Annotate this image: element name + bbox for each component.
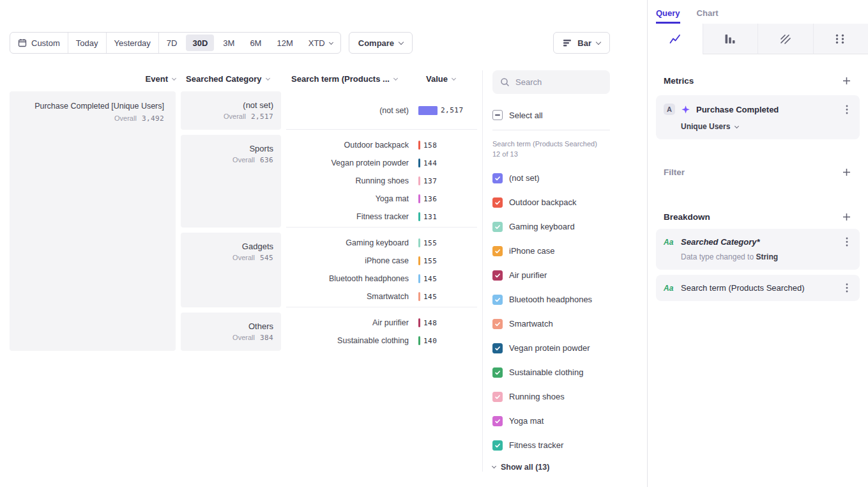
- value-number: 140: [423, 337, 437, 345]
- compare-button[interactable]: Compare: [349, 32, 413, 54]
- legend-panel: Select all Search term (Products Searche…: [482, 70, 610, 472]
- checkbox-icon[interactable]: [492, 319, 503, 329]
- col-header-term[interactable]: Search term (Products ...: [286, 74, 413, 84]
- checkbox-icon[interactable]: [492, 270, 503, 281]
- view-tab-insights[interactable]: [648, 24, 703, 54]
- range-custom[interactable]: Custom: [10, 33, 68, 53]
- add-breakdown-button[interactable]: [841, 211, 852, 222]
- legend-item[interactable]: Fitness tracker: [492, 433, 610, 458]
- table-row[interactable]: Running shoes137: [286, 172, 477, 190]
- table-row[interactable]: Smartwatch145: [286, 288, 477, 305]
- category-cell[interactable]: SportsOverall636: [181, 135, 281, 228]
- metric-kebab-icon[interactable]: [842, 105, 852, 114]
- category-name: (not set): [188, 100, 273, 110]
- breakdown-card-search-term[interactable]: Aa Search term (Products Searched): [656, 275, 860, 301]
- value-cell: 158: [418, 141, 477, 150]
- checkbox-icon[interactable]: [492, 197, 503, 208]
- search-input[interactable]: [515, 77, 592, 87]
- col-header-value[interactable]: Value: [418, 74, 477, 84]
- chevron-down-icon: [393, 76, 398, 81]
- add-metric-button[interactable]: [841, 75, 852, 86]
- tab-chart[interactable]: Chart: [697, 8, 719, 24]
- chevron-down-icon: [735, 123, 739, 128]
- table-row[interactable]: Air purifier148: [286, 314, 477, 332]
- table-row[interactable]: iPhone case155: [286, 252, 477, 270]
- event-cell[interactable]: Purchase Completed [Unique Users] Overal…: [10, 91, 176, 351]
- legend-item[interactable]: Running shoes: [492, 385, 610, 409]
- range-yesterday[interactable]: Yesterday: [107, 33, 159, 53]
- checkbox-icon[interactable]: [492, 392, 503, 402]
- checkbox-icon[interactable]: [492, 343, 503, 353]
- range-30d[interactable]: 30D: [186, 35, 214, 51]
- chart-type-button[interactable]: Bar: [553, 32, 610, 54]
- legend-item[interactable]: (not set): [492, 166, 610, 190]
- col-header-category[interactable]: Searched Category: [181, 74, 281, 84]
- breakdown-title: Breakdown: [664, 212, 710, 222]
- range-7d[interactable]: 7D: [159, 33, 185, 53]
- legend-item[interactable]: Vegan protein powder: [492, 336, 610, 360]
- value-bar: [418, 106, 438, 115]
- checkbox-icon[interactable]: [492, 367, 503, 378]
- category-cell[interactable]: GadgetsOverall545: [181, 233, 281, 307]
- view-tab-flows[interactable]: [813, 24, 868, 54]
- view-tab-funnels[interactable]: [703, 24, 758, 54]
- search-term-label: Running shoes: [286, 176, 418, 185]
- table-group: (not set)Overall2,517(not set)2,517: [181, 91, 477, 130]
- chevron-down-icon: [172, 76, 176, 81]
- table-row[interactable]: Vegan protein powder144: [286, 154, 477, 172]
- table-row[interactable]: (not set)2,517: [286, 102, 477, 120]
- table-row[interactable]: Sustainable clothing140: [286, 332, 477, 350]
- value-number: 131: [423, 213, 437, 221]
- metrics-title: Metrics: [664, 76, 694, 86]
- checkbox-icon[interactable]: [492, 416, 503, 426]
- legend-item[interactable]: Bluetooth headphones: [492, 288, 610, 312]
- breakdown-kebab-icon[interactable]: [842, 283, 852, 293]
- breakdown-section-header: Breakdown: [656, 211, 860, 222]
- legend-item[interactable]: Gaming keyboard: [492, 215, 610, 239]
- compare-label: Compare: [358, 38, 394, 48]
- add-filter-button[interactable]: [841, 166, 852, 178]
- legend-item[interactable]: iPhone case: [492, 239, 610, 263]
- view-tab-retention[interactable]: [758, 24, 813, 54]
- table-row[interactable]: Gaming keyboard155: [286, 234, 477, 252]
- checkbox-icon[interactable]: [492, 295, 503, 305]
- checkbox-icon[interactable]: [492, 246, 503, 256]
- range-6m[interactable]: 6M: [242, 33, 269, 53]
- filter-section-header: Filter: [656, 166, 860, 178]
- range-xtd[interactable]: XTD: [301, 33, 340, 53]
- range-3m[interactable]: 3M: [215, 33, 242, 53]
- checkbox-icon[interactable]: [492, 440, 503, 451]
- table-row[interactable]: Bluetooth headphones145: [286, 270, 477, 288]
- range-12m[interactable]: 12M: [269, 33, 300, 53]
- col-header-event[interactable]: Event: [10, 74, 176, 84]
- table-row[interactable]: Yoga mat136: [286, 190, 477, 208]
- category-cell[interactable]: OthersOverall384: [181, 313, 281, 351]
- legend-item[interactable]: Sustainable clothing: [492, 360, 610, 385]
- tab-query[interactable]: Query: [656, 8, 680, 24]
- legend-item[interactable]: Air purifier: [492, 263, 610, 288]
- value-cell: 144: [418, 158, 477, 167]
- table-row[interactable]: Fitness tracker131: [286, 208, 477, 226]
- breakdown-name: Searched Category*: [681, 237, 836, 247]
- chevron-down-icon: [399, 40, 404, 45]
- legend-item[interactable]: Smartwatch: [492, 312, 610, 336]
- breakdown-kebab-icon[interactable]: [842, 237, 852, 247]
- search-box[interactable]: [492, 70, 610, 94]
- term-rows: Outdoor backpack158Vegan protein powder1…: [286, 135, 477, 228]
- select-all[interactable]: Select all: [492, 110, 610, 120]
- checkbox-icon[interactable]: [492, 173, 503, 183]
- legend-item[interactable]: Outdoor backpack: [492, 190, 610, 215]
- string-type-icon: Aa: [664, 238, 675, 247]
- show-all-button[interactable]: Show all (13): [492, 463, 610, 472]
- checkbox-icon[interactable]: [492, 222, 503, 232]
- measure-selector[interactable]: Unique Users: [681, 122, 852, 131]
- category-cell[interactable]: (not set)Overall2,517: [181, 91, 281, 130]
- legend-item-label: Outdoor backpack: [509, 197, 577, 207]
- metric-card[interactable]: A Purchase Completed Unique Users: [656, 95, 860, 139]
- select-all-checkbox[interactable]: [492, 110, 503, 120]
- table-row[interactable]: Outdoor backpack158: [286, 136, 477, 154]
- range-today[interactable]: Today: [68, 33, 107, 53]
- value-cell: 136: [418, 194, 477, 203]
- breakdown-card-searched-category[interactable]: Aa Searched Category* Data type changed …: [656, 229, 860, 270]
- legend-item[interactable]: Yoga mat: [492, 409, 610, 433]
